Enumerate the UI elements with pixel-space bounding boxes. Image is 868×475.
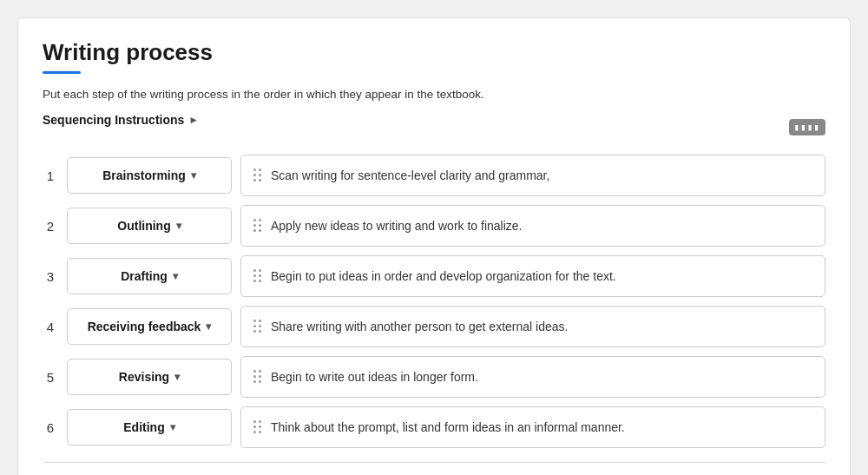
step-label-box[interactable]: Revising▾ <box>67 359 232 395</box>
step-description: Think about the prompt, list and form id… <box>271 420 625 434</box>
step-description: Share writing with another person to get… <box>271 320 568 333</box>
row-number: 3 <box>43 269 58 284</box>
step-label-box[interactable]: Brainstorming▾ <box>67 157 232 194</box>
step-label: Brainstorming <box>102 168 186 182</box>
sequencing-label[interactable]: Sequencing Instructions ► <box>43 113 199 127</box>
chevron-down-icon: ▾ <box>173 270 178 282</box>
row-number: 6 <box>43 420 58 435</box>
main-card: Writing process Put each step of the wri… <box>17 17 851 475</box>
title-underline <box>43 71 81 74</box>
keyboard-icon[interactable]: ▮▮▮▮ <box>789 119 826 135</box>
table-row: 4Receiving feedback▾Share writing with a… <box>43 306 825 347</box>
step-label-box[interactable]: Receiving feedback▾ <box>67 308 232 345</box>
sequencing-header-row: Sequencing Instructions ► ▮▮▮▮ <box>43 113 825 141</box>
step-label: Receiving feedback <box>88 320 201 333</box>
chevron-down-icon: ▾ <box>176 220 181 232</box>
step-description-box: Apply new ideas to writing and work to f… <box>240 205 825 247</box>
row-number: 5 <box>43 370 58 385</box>
table-row: 2Outlining▾Apply new ideas to writing an… <box>43 205 825 247</box>
step-description: Begin to write out ideas in longer form. <box>271 370 478 384</box>
drag-handle-icon[interactable] <box>253 320 262 333</box>
step-label: Outlining <box>117 219 170 233</box>
row-number: 2 <box>43 219 58 234</box>
chevron-down-icon: ▾ <box>191 169 196 181</box>
step-description-box: Begin to put ideas in order and develop … <box>240 255 825 297</box>
step-description: Begin to put ideas in order and develop … <box>271 269 616 283</box>
divider <box>43 462 825 463</box>
chevron-down-icon: ▾ <box>170 421 175 433</box>
step-label-box[interactable]: Editing▾ <box>67 409 232 445</box>
drag-handle-icon[interactable] <box>253 168 262 182</box>
drag-handle-icon[interactable] <box>253 269 262 283</box>
step-label-box[interactable]: Outlining▾ <box>67 208 232 244</box>
step-description-box: Begin to write out ideas in longer form. <box>240 356 825 398</box>
rows-container: 1Brainstorming▾Scan writing for sentence… <box>43 155 825 448</box>
table-row: 1Brainstorming▾Scan writing for sentence… <box>43 155 825 196</box>
step-description-box: Scan writing for sentence-level clarity … <box>240 155 825 196</box>
step-description-box: Share writing with another person to get… <box>240 306 825 347</box>
drag-handle-icon[interactable] <box>253 420 262 434</box>
sequencing-label-text: Sequencing Instructions <box>43 113 184 127</box>
instructions-text: Put each step of the writing process in … <box>43 88 825 101</box>
chevron-down-icon: ▾ <box>174 371 180 383</box>
step-label: Drafting <box>121 269 168 283</box>
step-description-box: Think about the prompt, list and form id… <box>240 406 825 448</box>
step-label-box[interactable]: Drafting▾ <box>67 258 232 294</box>
drag-handle-icon[interactable] <box>253 370 262 384</box>
page-title: Writing process <box>43 39 825 66</box>
table-row: 5Revising▾Begin to write out ideas in lo… <box>43 356 825 398</box>
row-number: 4 <box>43 320 58 334</box>
table-row: 6Editing▾Think about the prompt, list an… <box>43 406 825 448</box>
row-number: 1 <box>43 168 58 183</box>
chevron-down-icon: ▾ <box>206 320 211 333</box>
step-label: Editing <box>123 420 164 434</box>
step-label: Revising <box>119 370 169 384</box>
step-description: Apply new ideas to writing and work to f… <box>271 219 522 233</box>
sequencing-arrow-icon: ► <box>188 114 199 126</box>
step-description: Scan writing for sentence-level clarity … <box>271 168 549 182</box>
table-row: 3Drafting▾Begin to put ideas in order an… <box>43 255 825 297</box>
drag-handle-icon[interactable] <box>253 219 262 233</box>
